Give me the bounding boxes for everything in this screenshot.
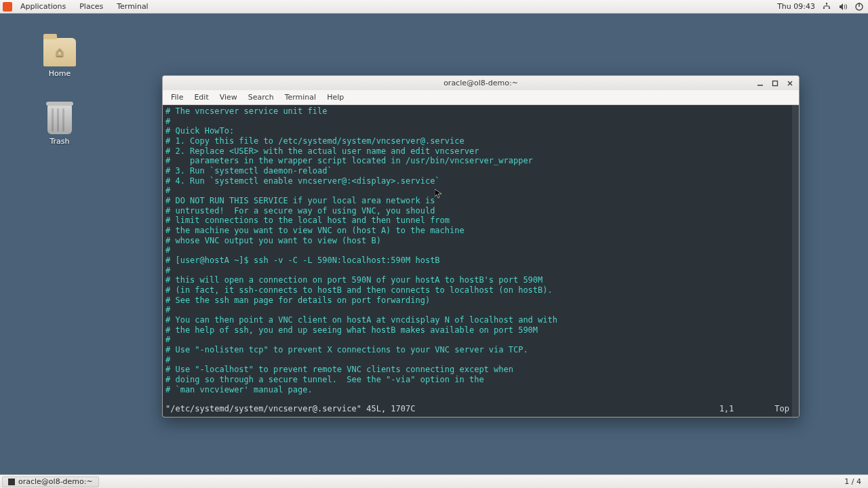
vim-status-file: "/etc/systemd/system/vncserver@.service"… xyxy=(165,404,415,414)
menu-search[interactable]: Search xyxy=(243,93,279,102)
desktop-icon-label: Home xyxy=(33,69,87,78)
window-maximize-button[interactable] xyxy=(768,77,783,89)
window-titlebar[interactable]: oracle@ol8-demo:~ xyxy=(163,76,799,90)
svg-rect-1 xyxy=(823,7,825,9)
menu-terminal[interactable]: Terminal xyxy=(279,93,322,102)
desktop-icon-home[interactable]: Home xyxy=(33,38,87,78)
menu-places[interactable]: Places xyxy=(73,2,110,11)
window-close-button[interactable] xyxy=(783,77,797,89)
terminal-icon xyxy=(8,479,15,485)
taskbar-entry-label: oracle@ol8-demo:~ xyxy=(18,477,93,486)
window-minimize-button[interactable] xyxy=(753,77,768,89)
clock[interactable]: Thu 09:43 xyxy=(777,2,815,11)
menu-view[interactable]: View xyxy=(214,93,243,102)
taskbar-entry-terminal[interactable]: oracle@ol8-demo:~ xyxy=(2,476,99,487)
terminal-text: # The vncserver service unit file # # Qu… xyxy=(163,105,799,396)
terminal-window: oracle@ol8-demo:~ File Edit View Search … xyxy=(162,75,800,418)
svg-rect-4 xyxy=(859,3,859,7)
menu-edit[interactable]: Edit xyxy=(189,93,214,102)
workspace-indicator[interactable]: 1 / 4 xyxy=(837,477,868,486)
window-menubar: File Edit View Search Terminal Help xyxy=(163,90,799,105)
vim-status-line: "/etc/systemd/system/vncserver@.service"… xyxy=(163,396,799,417)
network-icon[interactable] xyxy=(822,2,831,12)
window-title: oracle@ol8-demo:~ xyxy=(163,79,799,87)
menu-file[interactable]: File xyxy=(165,93,189,102)
svg-rect-6 xyxy=(773,81,778,85)
terminal-viewport[interactable]: # The vncserver service unit file # # Qu… xyxy=(163,105,799,417)
menu-applications[interactable]: Applications xyxy=(14,2,73,11)
volume-icon[interactable] xyxy=(838,2,848,12)
trash-icon xyxy=(47,104,72,134)
power-icon[interactable] xyxy=(854,2,864,12)
bottom-taskbar: oracle@ol8-demo:~ 1 / 4 xyxy=(0,474,868,488)
vim-status-position: 1,1 xyxy=(719,404,775,414)
desktop-icon-label: Trash xyxy=(33,137,87,146)
top-panel: Applications Places Terminal Thu 09:43 xyxy=(0,0,868,14)
svg-rect-0 xyxy=(826,3,827,4)
svg-rect-2 xyxy=(829,7,830,9)
svg-rect-5 xyxy=(757,85,763,86)
folder-home-icon xyxy=(43,38,76,66)
terminal-scrollbar[interactable] xyxy=(792,105,799,417)
menu-help[interactable]: Help xyxy=(321,93,349,102)
distro-logo-icon xyxy=(3,2,12,12)
menu-terminal[interactable]: Terminal xyxy=(110,2,155,11)
desktop-icon-trash[interactable]: Trash xyxy=(33,104,87,146)
